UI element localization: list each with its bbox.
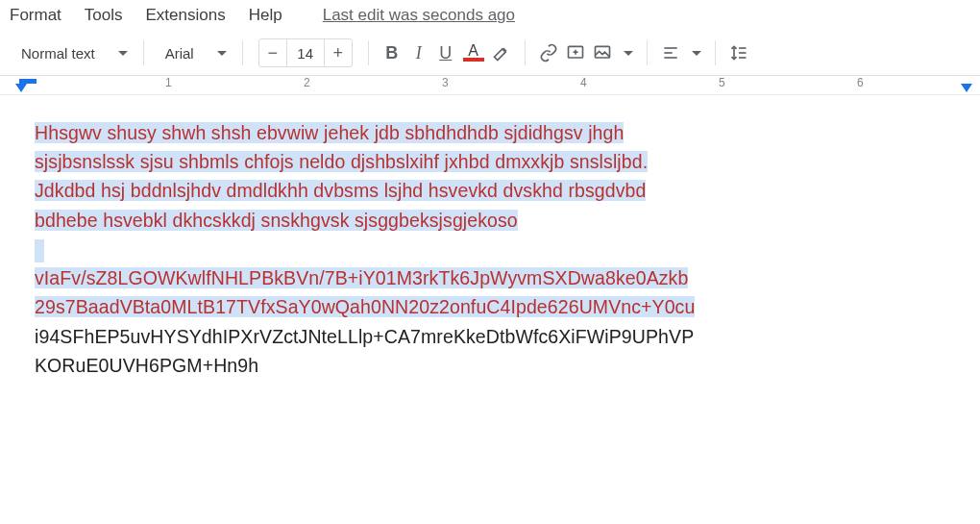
font-family-dropdown[interactable]: Arial <box>154 38 233 67</box>
menu-format[interactable]: Format <box>10 6 61 25</box>
ruler-mark: 2 <box>304 76 310 89</box>
paragraph-style-dropdown[interactable]: Normal text <box>10 38 134 67</box>
selected-text[interactable]: vIaFv/sZ8LGOWKwlfNHLPBkBVn/7B+iY01M3rkTk… <box>35 267 688 288</box>
menu-extensions[interactable]: Extensions <box>146 6 226 25</box>
menu-tools[interactable]: Tools <box>85 6 123 25</box>
indent-right-marker[interactable] <box>961 84 972 92</box>
selected-text[interactable]: 29s7BaadVBta0MLtB17TVfxSaY0wQah0NN20z2on… <box>35 296 695 317</box>
selected-text[interactable]: sjsjbsnslssk sjsu shbmls chfojs neldo dj… <box>35 151 648 172</box>
body-text[interactable]: i94SFhEP5uvHYSYdhIPXrVZctJNteLLlp+CA7mre… <box>35 326 694 347</box>
font-size-increase-button[interactable]: + <box>325 39 352 66</box>
separator <box>368 40 369 65</box>
insert-link-button[interactable] <box>535 39 562 66</box>
paragraph-style-label: Normal text <box>21 45 95 62</box>
separator <box>715 40 716 65</box>
text-color-swatch <box>463 58 484 62</box>
text-color-letter: A <box>468 44 478 58</box>
separator <box>525 40 526 65</box>
selected-text[interactable]: Jdkdbd hsj bddnlsjhdv dmdldkhh dvbsms ls… <box>35 180 646 201</box>
add-comment-button[interactable] <box>562 39 589 66</box>
selected-empty-line[interactable] <box>35 239 44 262</box>
line-spacing-button[interactable] <box>725 39 752 66</box>
font-size-control: − 14 + <box>258 38 353 67</box>
horizontal-ruler[interactable]: 1 2 3 4 5 6 <box>0 76 980 95</box>
separator <box>647 40 648 65</box>
menu-bar: Format Tools Extensions Help Last edit w… <box>0 0 980 35</box>
italic-button[interactable]: I <box>405 39 432 66</box>
underline-button[interactable]: U <box>432 39 459 66</box>
font-family-label: Arial <box>165 45 194 62</box>
selected-text[interactable]: Hhsgwv shusy shwh shsh ebvwiw jehek jdb … <box>35 122 624 143</box>
indent-left-marker[interactable] <box>15 84 27 92</box>
chevron-down-icon <box>692 51 701 56</box>
ruler-mark: 6 <box>857 76 864 89</box>
chevron-down-icon <box>118 51 128 56</box>
font-size-input[interactable]: 14 <box>286 39 325 66</box>
chevron-down-icon <box>217 51 227 56</box>
ruler-mark: 4 <box>580 76 587 89</box>
menu-help[interactable]: Help <box>249 6 282 25</box>
font-size-decrease-button[interactable]: − <box>259 39 286 66</box>
insert-image-button[interactable] <box>589 39 616 66</box>
selected-text[interactable]: bdhebe hsvebkl dkhcskkdj snskhgvsk sjsgg… <box>35 210 518 231</box>
align-button[interactable] <box>657 39 684 66</box>
ruler-mark: 5 <box>719 76 725 89</box>
toolbar: Normal text Arial − 14 + B I U A <box>0 35 980 76</box>
text-color-button[interactable]: A <box>459 39 488 66</box>
image-options-caret[interactable] <box>616 39 637 66</box>
document-body[interactable]: Hhsgwv shusy shwh shsh ebvwiw jehek jdb … <box>35 118 945 380</box>
ruler-mark: 1 <box>165 76 172 89</box>
ruler-mark: 3 <box>442 76 449 89</box>
chevron-down-icon <box>624 51 633 56</box>
align-caret[interactable] <box>684 39 705 66</box>
separator <box>143 40 144 65</box>
separator <box>242 40 243 65</box>
highlight-color-button[interactable] <box>488 39 515 66</box>
document-canvas[interactable]: Hhsgwv shusy shwh shsh ebvwiw jehek jdb … <box>0 95 980 380</box>
bold-button[interactable]: B <box>379 39 405 66</box>
body-text[interactable]: KORuE0UVH6PGM+Hn9h <box>35 355 258 376</box>
last-edit-link[interactable]: Last edit was seconds ago <box>323 6 515 25</box>
